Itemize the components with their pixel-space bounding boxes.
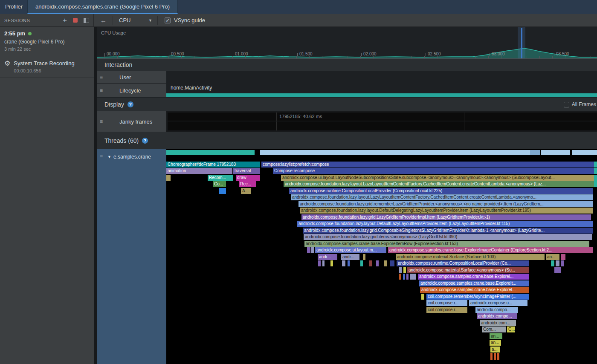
trace-event[interactable] (403, 274, 405, 280)
trace-event[interactable] (330, 260, 333, 266)
trace-event[interactable]: androidx.compo... (477, 313, 517, 319)
display-section-header[interactable]: Display ? All Frames (97, 98, 597, 111)
help-icon[interactable]: ? (128, 101, 133, 107)
trace-event[interactable]: androidx.compose.runtime.CompositionLoca… (397, 260, 529, 266)
trace-event[interactable]: coil.compose.rememberAsyncImagePainter (… (426, 294, 529, 300)
trace-event[interactable]: compose:lazylist:prefetch:compose (261, 162, 597, 168)
trace-event[interactable]: Compose:recompose (273, 168, 597, 174)
trace-event[interactable] (166, 175, 171, 181)
trace-event[interactable] (494, 353, 496, 360)
trace-event[interactable] (406, 274, 409, 280)
trace-event[interactable]: androidx.compose.runtime.CompositionLoca… (289, 188, 593, 194)
trace-event[interactable] (490, 353, 493, 360)
user-track-content[interactable] (166, 71, 597, 83)
thread-activity-segment[interactable] (166, 150, 255, 155)
time-ruler[interactable]: 00.00000.50001.00001.50002.00002.50003.0… (97, 49, 597, 59)
session-card[interactable]: 2:55 pm crane (Google Pixel 6 Pro) 3 min… (0, 27, 94, 56)
trace-event[interactable] (384, 260, 387, 266)
session-tab[interactable]: androidx.compose.samples.crane (Google P… (27, 0, 178, 14)
thread-row[interactable]: ≡ ▼ e.samples.crane (97, 149, 166, 364)
trace-event[interactable] (421, 294, 424, 300)
frame-lifecycle-bar[interactable] (168, 121, 597, 130)
panel-separator[interactable] (94, 27, 97, 364)
drag-handle-icon[interactable]: ≡ (100, 74, 103, 80)
trace-event[interactable]: androidx.compose.foundation.lazy.grid.re… (298, 201, 593, 207)
trace-event[interactable] (376, 260, 379, 266)
vsync-checkbox[interactable]: ✓ (165, 17, 171, 23)
trace-event[interactable] (594, 168, 597, 174)
trace-event[interactable]: draw (236, 175, 260, 181)
trace-event[interactable] (551, 260, 554, 266)
trace-event[interactable] (360, 260, 363, 266)
recording-item[interactable]: ⚙ System Trace Recording 00:00:10.656 (0, 56, 94, 78)
trace-event[interactable] (399, 274, 401, 280)
trace-event[interactable] (410, 274, 416, 280)
user-track-label[interactable]: ≡ User (97, 71, 166, 83)
trace-event[interactable]: Choreographer#doFrame 17952183 (166, 162, 260, 168)
trace-event[interactable] (348, 260, 350, 266)
trace-event[interactable] (554, 267, 561, 273)
trace-event[interactable] (322, 260, 325, 266)
trace-event[interactable] (307, 247, 310, 253)
trace-event[interactable]: Com... (482, 326, 506, 332)
trace-event[interactable] (594, 181, 597, 187)
thread-activity-segment[interactable] (572, 150, 597, 155)
trace-event[interactable]: androidx.compose.foundation.lazy.layout.… (284, 181, 597, 187)
trace-event[interactable]: androidx.compose.foundation.lazy.grid.Co… (303, 228, 593, 234)
trace-event[interactable] (561, 254, 565, 260)
trace-event[interactable] (403, 267, 406, 273)
trace-event[interactable]: Rec... (239, 181, 256, 187)
cpu-usage-chart[interactable]: CPU Usage 00.00000.50001.00001.50002.000… (97, 27, 597, 59)
trace-event[interactable]: androidx.compo... (475, 307, 518, 313)
trace-event[interactable] (369, 260, 372, 266)
trace-event[interactable]: an... (490, 340, 501, 346)
trace-event[interactable] (399, 267, 402, 273)
drag-handle-icon[interactable]: ≡ (100, 154, 103, 160)
trace-event[interactable]: androidx.compose.foundation.lazy.layout.… (300, 208, 593, 214)
trace-event[interactable]: Co... (213, 181, 226, 187)
add-session-icon[interactable]: + (63, 17, 67, 24)
interaction-section-header[interactable]: Interaction (97, 59, 597, 71)
trace-event[interactable]: androidx.compose.u... (469, 300, 527, 306)
trace-event[interactable]: A... (241, 188, 251, 194)
thread-activity-segment[interactable] (260, 150, 530, 155)
trace-event[interactable]: androidx.compose.material.Surface (Surfa… (396, 254, 545, 260)
trace-event[interactable]: androidx.com... (480, 320, 516, 326)
trace-event[interactable]: traversal (233, 168, 260, 174)
trace-event[interactable] (311, 247, 314, 253)
thread-activity-segment[interactable] (530, 150, 540, 155)
all-frames-checkbox[interactable] (564, 102, 569, 107)
trace-event[interactable] (219, 188, 226, 194)
trace-event[interactable]: androidx.compose.samples.crane.base.Expl… (388, 247, 593, 253)
trace-event[interactable]: androidx.compose.samples.crane.base.Expl… (418, 274, 529, 280)
trace-event[interactable] (363, 254, 365, 260)
lifecycle-activity-bar[interactable] (166, 93, 597, 97)
trace-event[interactable]: an... (490, 333, 502, 339)
help-icon[interactable]: ? (142, 138, 148, 144)
trace-event[interactable] (556, 260, 559, 266)
trace-event[interactable]: an... (546, 254, 559, 260)
frame-lifecycle-bar[interactable]: 17952185: 40.62 ms (168, 113, 597, 121)
thread-activity-segment[interactable] (541, 150, 570, 155)
trace-event[interactable]: C... (507, 326, 515, 332)
trace-event[interactable]: coil.compose.r... (426, 300, 467, 306)
trace-event[interactable]: androidx.compose.foundation.lazy.grid.La… (301, 214, 591, 220)
trace-event[interactable]: androidx.compose.ui.layout.LayoutNodeSub… (281, 175, 597, 181)
trace-event[interactable]: a... (490, 347, 500, 352)
profiler-type-dropdown[interactable]: CPU ▼ (115, 17, 156, 23)
trace-event[interactable] (390, 260, 394, 266)
janky-track-content[interactable]: 17952185: 40.62 ms (166, 111, 597, 132)
drag-handle-icon[interactable]: ≡ (100, 87, 103, 93)
lifecycle-track-content[interactable]: home.MainActivity (166, 84, 597, 97)
back-arrow-icon[interactable]: ← (100, 17, 107, 24)
trace-event[interactable]: Recom... (208, 175, 233, 181)
trace-event[interactable] (561, 260, 564, 266)
trace-event[interactable]: androidx.compose.ui.layout.m... (315, 247, 386, 253)
collapse-panel-icon[interactable] (84, 18, 89, 23)
trace-event[interactable] (497, 353, 499, 360)
trace-event[interactable]: androidx.compose.foundation.lazy.grid.it… (304, 234, 592, 240)
trace-event[interactable]: androidx.compose.foundation.lazy.layout.… (291, 194, 593, 200)
lifecycle-track-label[interactable]: ≡ Lifecycle (97, 84, 166, 97)
janky-track-label[interactable]: ≡ Janky frames (97, 111, 166, 132)
trace-event[interactable] (594, 162, 597, 168)
